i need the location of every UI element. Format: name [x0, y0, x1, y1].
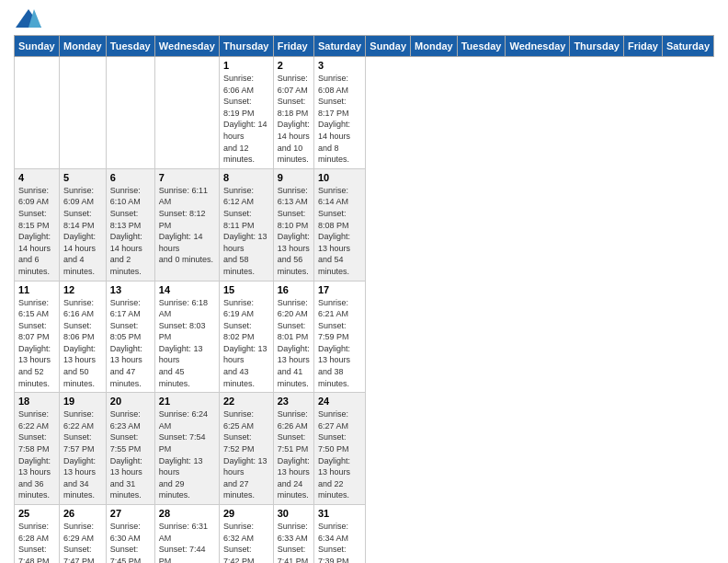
day-of-week-header: Sunday: [366, 36, 411, 57]
calendar-day-cell: 16Sunrise: 6:20 AM Sunset: 8:01 PM Dayli…: [273, 281, 313, 393]
day-number: 9: [278, 172, 310, 183]
day-info: Sunrise: 6:08 AM Sunset: 8:17 PM Dayligh…: [318, 73, 361, 166]
day-of-week-header: Saturday: [662, 36, 713, 57]
calendar-day-cell: 12Sunrise: 6:16 AM Sunset: 8:06 PM Dayli…: [60, 281, 107, 393]
day-of-week-header: Sunday: [15, 36, 60, 57]
day-of-week-header: Wednesday: [506, 36, 570, 57]
day-of-week-header: Wednesday: [154, 36, 219, 57]
calendar-day-cell: 18Sunrise: 6:22 AM Sunset: 7:58 PM Dayli…: [15, 393, 60, 505]
calendar-day-cell: 6Sunrise: 6:10 AM Sunset: 8:13 PM Daylig…: [106, 168, 154, 281]
day-number: 7: [159, 172, 215, 183]
day-info: Sunrise: 6:33 AM Sunset: 7:41 PM Dayligh…: [278, 521, 310, 563]
day-number: 16: [278, 284, 310, 295]
day-number: 14: [159, 284, 215, 295]
day-number: 24: [318, 396, 361, 407]
day-of-week-header: Monday: [60, 36, 107, 57]
calendar-week-row: 4Sunrise: 6:09 AM Sunset: 8:15 PM Daylig…: [15, 168, 714, 281]
day-number: 27: [110, 508, 151, 519]
day-number: 18: [18, 396, 55, 407]
day-number: 30: [278, 508, 310, 519]
logo-icon: [16, 9, 41, 28]
day-number: 26: [63, 508, 102, 519]
day-info: Sunrise: 6:28 AM Sunset: 7:48 PM Dayligh…: [18, 521, 55, 563]
day-info: Sunrise: 6:07 AM Sunset: 8:18 PM Dayligh…: [278, 73, 310, 166]
calendar-week-row: 25Sunrise: 6:28 AM Sunset: 7:48 PM Dayli…: [15, 505, 714, 564]
day-info: Sunrise: 6:27 AM Sunset: 7:50 PM Dayligh…: [318, 408, 361, 501]
day-info: Sunrise: 6:22 AM Sunset: 7:57 PM Dayligh…: [63, 408, 102, 501]
day-info: Sunrise: 6:11 AM Sunset: 8:12 PM Dayligh…: [159, 185, 215, 266]
day-info: Sunrise: 6:26 AM Sunset: 7:51 PM Dayligh…: [278, 408, 310, 501]
calendar-day-cell: 10Sunrise: 6:14 AM Sunset: 8:08 PM Dayli…: [314, 168, 366, 281]
calendar-day-cell: 27Sunrise: 6:30 AM Sunset: 7:45 PM Dayli…: [106, 505, 154, 564]
calendar-day-cell: 7Sunrise: 6:11 AM Sunset: 8:12 PM Daylig…: [154, 168, 219, 281]
day-info: Sunrise: 6:24 AM Sunset: 7:54 PM Dayligh…: [159, 408, 215, 501]
page-container: SundayMondayTuesdayWednesdayThursdayFrid…: [0, 0, 728, 563]
day-number: 31: [318, 508, 361, 519]
day-info: Sunrise: 6:21 AM Sunset: 7:59 PM Dayligh…: [318, 297, 361, 390]
calendar-day-cell: 21Sunrise: 6:24 AM Sunset: 7:54 PM Dayli…: [154, 393, 219, 505]
calendar-day-cell: 5Sunrise: 6:09 AM Sunset: 8:14 PM Daylig…: [60, 168, 107, 281]
day-number: 22: [223, 396, 269, 407]
day-of-week-header: Thursday: [570, 36, 624, 57]
day-info: Sunrise: 6:30 AM Sunset: 7:45 PM Dayligh…: [110, 521, 151, 563]
day-number: 13: [110, 284, 151, 295]
day-info: Sunrise: 6:34 AM Sunset: 7:39 PM Dayligh…: [318, 521, 361, 563]
day-number: 5: [63, 172, 102, 183]
calendar-day-cell: 11Sunrise: 6:15 AM Sunset: 8:07 PM Dayli…: [15, 281, 60, 393]
day-number: 3: [318, 60, 361, 71]
logo: [14, 9, 41, 28]
day-number: 17: [318, 284, 361, 295]
calendar-day-cell: 17Sunrise: 6:21 AM Sunset: 7:59 PM Dayli…: [314, 281, 366, 393]
calendar-day-cell: [15, 57, 60, 169]
day-number: 20: [110, 396, 151, 407]
calendar-day-cell: 29Sunrise: 6:32 AM Sunset: 7:42 PM Dayli…: [219, 505, 273, 564]
calendar-day-cell: [106, 57, 154, 169]
calendar-day-cell: 19Sunrise: 6:22 AM Sunset: 7:57 PM Dayli…: [60, 393, 107, 505]
day-info: Sunrise: 6:19 AM Sunset: 8:02 PM Dayligh…: [223, 297, 269, 390]
calendar-day-cell: 2Sunrise: 6:07 AM Sunset: 8:18 PM Daylig…: [273, 57, 313, 169]
day-info: Sunrise: 6:16 AM Sunset: 8:06 PM Dayligh…: [63, 297, 102, 390]
day-info: Sunrise: 6:09 AM Sunset: 8:14 PM Dayligh…: [63, 185, 102, 278]
day-info: Sunrise: 6:15 AM Sunset: 8:07 PM Dayligh…: [18, 297, 55, 390]
day-of-week-header: Tuesday: [457, 36, 506, 57]
day-info: Sunrise: 6:17 AM Sunset: 8:05 PM Dayligh…: [110, 297, 151, 390]
day-info: Sunrise: 6:09 AM Sunset: 8:15 PM Dayligh…: [18, 185, 55, 278]
calendar-day-cell: 15Sunrise: 6:19 AM Sunset: 8:02 PM Dayli…: [219, 281, 273, 393]
day-info: Sunrise: 6:23 AM Sunset: 7:55 PM Dayligh…: [110, 408, 151, 501]
calendar-day-cell: 24Sunrise: 6:27 AM Sunset: 7:50 PM Dayli…: [314, 393, 366, 505]
calendar-week-row: 1Sunrise: 6:06 AM Sunset: 8:19 PM Daylig…: [15, 57, 714, 169]
calendar-day-cell: 9Sunrise: 6:13 AM Sunset: 8:10 PM Daylig…: [273, 168, 313, 281]
calendar-day-cell: [60, 57, 107, 169]
calendar-day-cell: 14Sunrise: 6:18 AM Sunset: 8:03 PM Dayli…: [154, 281, 219, 393]
calendar-table: SundayMondayTuesdayWednesdayThursdayFrid…: [14, 35, 714, 563]
day-number: 29: [223, 508, 269, 519]
page-header: [14, 9, 714, 28]
day-number: 21: [159, 396, 215, 407]
day-info: Sunrise: 6:25 AM Sunset: 7:52 PM Dayligh…: [223, 408, 269, 501]
day-info: Sunrise: 6:06 AM Sunset: 8:19 PM Dayligh…: [223, 73, 269, 166]
calendar-day-cell: 3Sunrise: 6:08 AM Sunset: 8:17 PM Daylig…: [314, 57, 366, 169]
day-number: 2: [278, 60, 310, 71]
calendar-day-cell: 23Sunrise: 6:26 AM Sunset: 7:51 PM Dayli…: [273, 393, 313, 505]
calendar-day-cell: 20Sunrise: 6:23 AM Sunset: 7:55 PM Dayli…: [106, 393, 154, 505]
calendar-day-cell: 26Sunrise: 6:29 AM Sunset: 7:47 PM Dayli…: [60, 505, 107, 564]
calendar-day-cell: 1Sunrise: 6:06 AM Sunset: 8:19 PM Daylig…: [219, 57, 273, 169]
day-number: 11: [18, 284, 55, 295]
day-info: Sunrise: 6:32 AM Sunset: 7:42 PM Dayligh…: [223, 521, 269, 563]
day-number: 12: [63, 284, 102, 295]
day-of-week-header: Saturday: [314, 36, 366, 57]
day-info: Sunrise: 6:14 AM Sunset: 8:08 PM Dayligh…: [318, 185, 361, 278]
day-info: Sunrise: 6:13 AM Sunset: 8:10 PM Dayligh…: [278, 185, 310, 278]
day-number: 4: [18, 172, 55, 183]
day-number: 6: [110, 172, 151, 183]
day-info: Sunrise: 6:18 AM Sunset: 8:03 PM Dayligh…: [159, 297, 215, 390]
calendar-day-cell: 28Sunrise: 6:31 AM Sunset: 7:44 PM Dayli…: [154, 505, 219, 564]
day-number: 8: [223, 172, 269, 183]
day-info: Sunrise: 6:29 AM Sunset: 7:47 PM Dayligh…: [63, 521, 102, 563]
calendar-week-row: 18Sunrise: 6:22 AM Sunset: 7:58 PM Dayli…: [15, 393, 714, 505]
day-number: 10: [318, 172, 361, 183]
day-info: Sunrise: 6:10 AM Sunset: 8:13 PM Dayligh…: [110, 185, 151, 278]
calendar-header-row: SundayMondayTuesdayWednesdayThursdayFrid…: [15, 36, 714, 57]
day-of-week-header: Tuesday: [106, 36, 154, 57]
day-number: 23: [278, 396, 310, 407]
